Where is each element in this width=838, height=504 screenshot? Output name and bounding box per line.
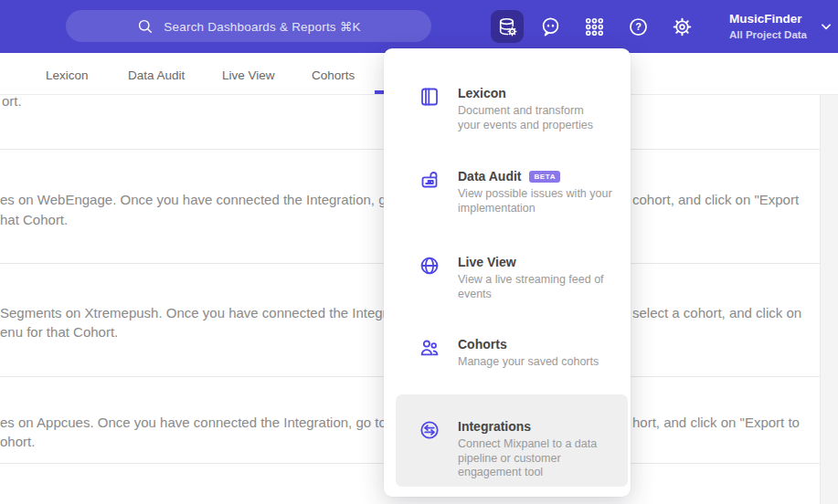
menu-item-desc: View possible issues with your implement… bbox=[458, 187, 612, 215]
project-scope: All Project Data bbox=[729, 28, 807, 41]
bg-text-line: ohort. bbox=[0, 434, 35, 449]
menu-item-desc: Manage your saved cohorts bbox=[458, 355, 599, 370]
menu-item-integrations[interactable]: Integrations Connect Mixpanel to a data … bbox=[396, 417, 628, 480]
desc-line: View possible issues with your bbox=[458, 187, 612, 202]
integrations-sync-icon bbox=[419, 419, 440, 441]
app-window: ort. es on WebEngage. Once you have conn… bbox=[0, 0, 838, 504]
data-audit-lock-icon bbox=[419, 169, 440, 191]
bg-text-line: hort, and click on "Export to bbox=[632, 415, 800, 430]
menu-item-title: Integrations bbox=[458, 417, 597, 436]
bg-text-line: ort. bbox=[2, 93, 22, 109]
menu-item-title: Lexicon bbox=[458, 84, 593, 102]
tab-live-view[interactable]: Live View bbox=[222, 68, 275, 82]
bg-text-line: Segments on Xtremepush. Once you have co… bbox=[0, 305, 420, 320]
tab-cohorts[interactable]: Cohorts bbox=[312, 68, 355, 82]
menu-item-title: Data Audit BETA bbox=[458, 167, 612, 185]
search-placeholder: Search Dashboards & Reports ⌘K bbox=[164, 19, 360, 34]
project-name: MusicFinder bbox=[729, 11, 807, 26]
bg-text-line: cohort, and click on "Export bbox=[632, 192, 799, 207]
desc-line: pipeline or customer bbox=[458, 452, 597, 467]
settings-button[interactable] bbox=[665, 10, 698, 43]
menu-item-live-view[interactable]: Live View View a live streaming feed of … bbox=[396, 253, 628, 301]
bg-text-line: es on WebEngage. Once you have connected… bbox=[0, 192, 432, 207]
cohorts-people-icon bbox=[419, 337, 440, 359]
svg-text:?: ? bbox=[635, 21, 642, 32]
menu-item-lexicon[interactable]: Lexicon Document and transform your even… bbox=[396, 84, 628, 132]
tab-data-audit[interactable]: Data Audit bbox=[128, 68, 185, 82]
menu-item-desc: View a live streaming feed of events bbox=[458, 273, 604, 301]
chat-face-icon bbox=[539, 16, 562, 38]
grid-icon bbox=[583, 16, 606, 38]
gear-icon bbox=[671, 16, 694, 38]
desc-line: your events and properties bbox=[458, 119, 593, 133]
tab-lexicon[interactable]: Lexicon bbox=[46, 68, 89, 82]
feedback-button[interactable] bbox=[534, 10, 567, 43]
project-switcher[interactable]: MusicFinder All Project Data bbox=[729, 11, 833, 41]
desc-line: events bbox=[458, 288, 604, 302]
database-gear-icon bbox=[496, 16, 519, 38]
apps-grid-button[interactable] bbox=[578, 10, 610, 43]
topbar: Search Dashboards & Reports ⌘K bbox=[0, 0, 838, 53]
menu-item-cohorts[interactable]: Cohorts Manage your saved cohorts bbox=[396, 335, 628, 370]
bg-text-line: enu for that Cohort. bbox=[0, 324, 118, 340]
desc-line: Document and transform bbox=[458, 104, 593, 119]
search-input[interactable]: Search Dashboards & Reports ⌘K bbox=[66, 10, 431, 42]
chevron-down-icon bbox=[820, 20, 833, 33]
desc-line: View a live streaming feed of bbox=[458, 273, 604, 288]
help-button[interactable]: ? bbox=[621, 10, 654, 43]
question-mark-icon: ? bbox=[627, 16, 650, 38]
menu-item-desc: Connect Mixpanel to a data pipeline or c… bbox=[458, 437, 597, 480]
desc-line: Connect Mixpanel to a data bbox=[458, 437, 597, 452]
menu-item-desc: Document and transform your events and p… bbox=[458, 104, 593, 132]
menu-item-title: Live View bbox=[458, 253, 604, 271]
lexicon-book-icon bbox=[419, 86, 440, 108]
desc-line: engagement tool bbox=[458, 466, 597, 480]
live-view-globe-icon bbox=[419, 255, 440, 277]
bg-text-line: hat Cohort. bbox=[0, 212, 68, 227]
title-text: Data Audit bbox=[458, 167, 521, 185]
data-management-dropdown: Lexicon Document and transform your even… bbox=[384, 48, 631, 497]
bg-text-line: es on Appcues. Once you have connected t… bbox=[0, 415, 424, 430]
data-management-button[interactable] bbox=[491, 10, 524, 43]
desc-line: Manage your saved cohorts bbox=[458, 355, 599, 370]
desc-line: implementation bbox=[458, 202, 612, 216]
menu-item-title: Cohorts bbox=[458, 335, 599, 353]
beta-badge: BETA bbox=[529, 171, 560, 183]
bg-text-line: select a cohort, and click on bbox=[632, 305, 801, 320]
menu-item-data-audit[interactable]: Data Audit BETA View possible issues wit… bbox=[396, 167, 628, 215]
search-icon bbox=[136, 17, 154, 36]
page-gutter bbox=[820, 95, 838, 504]
